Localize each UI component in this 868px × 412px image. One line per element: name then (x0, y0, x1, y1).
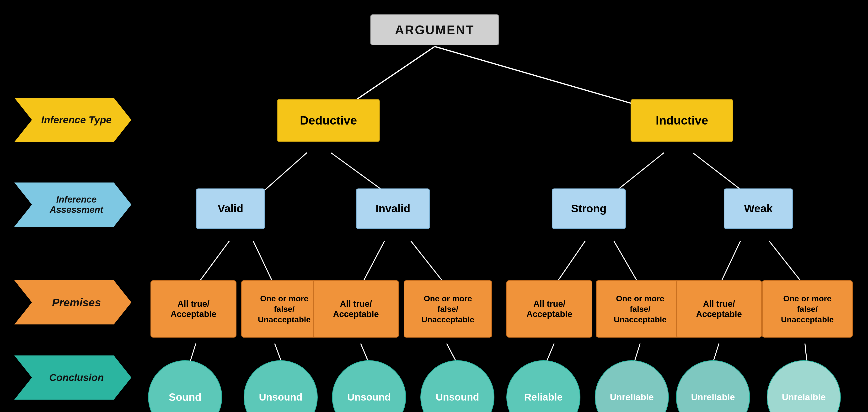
conclusion-circle-6: Unreliable (595, 360, 669, 412)
premise-box-3: All true/ Acceptable (313, 280, 399, 338)
conclusion-circle-5: Reliable (506, 360, 581, 412)
diagram: ARGUMENT Inference Type Inference Assess… (0, 0, 868, 412)
svg-line-7 (253, 241, 275, 286)
premise-4-text: One or more false/ Unacceptable (421, 293, 474, 325)
conclusion-circle-4: Unsound (421, 360, 494, 412)
conclusion-8-text: Unrelaible (782, 392, 826, 403)
weak-label: Weak (744, 202, 772, 215)
premise-1-text: All true/ Acceptable (170, 299, 216, 319)
premise-box-1: All true/ Acceptable (151, 280, 237, 338)
conclusion-1-text: Sound (169, 391, 202, 403)
invalid-label: Invalid (375, 202, 410, 215)
inference-assessment-label: Inference Assessment (14, 182, 131, 227)
premises-label: Premises (14, 280, 131, 324)
premises-text: Premises (52, 296, 101, 309)
premise-box-8: One or more false/ Unacceptable (762, 280, 853, 338)
conclusion-7-text: Unreliable (691, 392, 735, 403)
conclusion-circle-3: Unsound (332, 360, 406, 412)
conclusion-2-text: Unsound (259, 391, 302, 403)
svg-line-13 (769, 241, 805, 286)
conclusion-circle-8: Unrelaible (767, 360, 841, 412)
inductive-label: Inductive (656, 113, 708, 128)
premise-8-text: One or more false/ Unacceptable (781, 293, 834, 325)
inference-type-text: Inference Type (41, 114, 112, 126)
invalid-box: Invalid (356, 188, 430, 229)
conclusion-4-text: Unsound (436, 391, 479, 403)
inference-type-label: Inference Type (14, 98, 131, 142)
premise-box-5: All true/ Acceptable (506, 280, 592, 338)
conclusion-circle-7: Unreliable (676, 360, 750, 412)
premise-2-text: One or more false/ Unacceptable (258, 293, 311, 325)
valid-box: Valid (196, 188, 265, 229)
conclusion-circle-1: Sound (148, 360, 222, 412)
premise-3-text: All true/ Acceptable (333, 299, 379, 319)
valid-label: Valid (218, 202, 243, 215)
svg-line-8 (361, 241, 384, 286)
svg-line-9 (411, 241, 447, 286)
svg-line-11 (614, 241, 640, 286)
premise-6-text: One or more false/ Unacceptable (614, 293, 666, 325)
conclusion-6-text: Unreliable (610, 392, 654, 403)
strong-label: Strong (571, 202, 607, 215)
weak-box: Weak (724, 188, 793, 229)
premise-box-6: One or more false/ Unacceptable (596, 280, 684, 338)
deductive-box: Deductive (277, 99, 380, 142)
premise-box-7: All true/ Acceptable (676, 280, 762, 338)
deductive-label: Deductive (300, 113, 357, 128)
svg-line-6 (196, 241, 229, 286)
argument-box: ARGUMENT (370, 14, 499, 45)
conclusion-label: Conclusion (14, 355, 131, 400)
conclusion-3-text: Unsound (347, 391, 391, 403)
conclusion-circle-2: Unsound (244, 360, 318, 412)
strong-box: Strong (552, 188, 626, 229)
inference-assessment-text: Inference Assessment (29, 195, 124, 215)
argument-title: ARGUMENT (395, 23, 474, 37)
premise-box-4: One or more false/ Unacceptable (404, 280, 492, 338)
premise-7-text: All true/ Acceptable (696, 299, 742, 319)
premise-5-text: All true/ Acceptable (526, 299, 572, 319)
svg-line-10 (554, 241, 585, 286)
inductive-box: Inductive (630, 99, 733, 142)
conclusion-text: Conclusion (49, 372, 104, 383)
conclusion-5-text: Reliable (524, 391, 562, 403)
svg-line-12 (719, 241, 740, 286)
